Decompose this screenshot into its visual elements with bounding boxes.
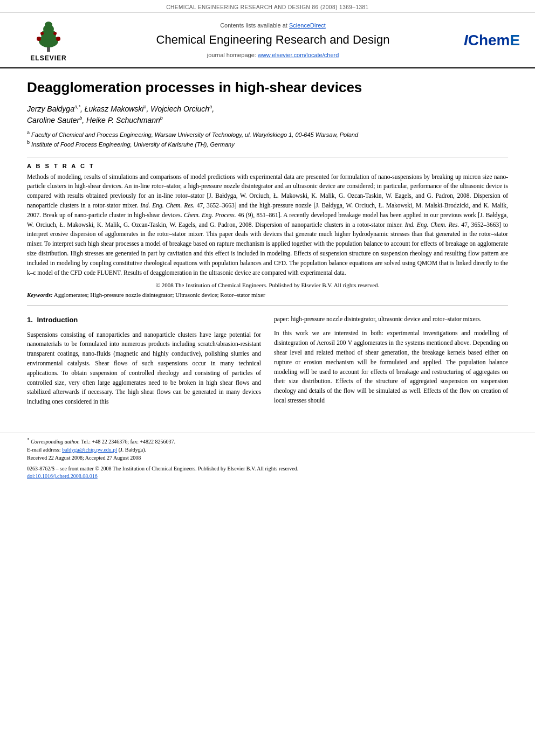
page: CHEMICAL ENGINEERING RESEARCH AND DESIGN… bbox=[0, 0, 535, 756]
affil-b-text: Institute of Food Process Engineering, U… bbox=[31, 141, 235, 148]
header-divider bbox=[27, 157, 508, 157]
affiliation-a: a Faculty of Chemical and Process Engine… bbox=[27, 129, 508, 139]
journal-homepage: journal homepage: www.elsevier.com/locat… bbox=[207, 52, 339, 58]
main-content: Deagglomeration processes in high-shear … bbox=[0, 68, 535, 422]
rights-line: 0263-8762/$ – see front matter © 2008 Th… bbox=[27, 465, 508, 473]
sup-a3: a bbox=[209, 105, 212, 110]
abstract-label: A B S T R A C T bbox=[27, 163, 508, 169]
email-label: E-mail address: bbox=[27, 447, 62, 453]
icheme-logo: IChemE bbox=[464, 32, 520, 49]
abstract-journal-3: Ind. Eng. Chem. Res. bbox=[405, 221, 459, 228]
sup-b2: b bbox=[160, 116, 163, 121]
sciencedirect-link[interactable]: ScienceDirect bbox=[289, 22, 326, 29]
sup-a-label: a bbox=[27, 130, 30, 135]
svg-point-5 bbox=[37, 37, 41, 41]
abstract-text: Methods of modeling, results of simulati… bbox=[27, 172, 508, 278]
sup-b1: b bbox=[79, 116, 82, 121]
doi-link[interactable]: doi:10.1016/j.cherd.2008.08.016 bbox=[27, 473, 98, 479]
body-columns: 1. Introduction Suspensions consisting o… bbox=[27, 315, 508, 411]
sup-b-label: b bbox=[27, 140, 30, 145]
footnote-corresponding: * Corresponding author. Tel.: +48 22 234… bbox=[27, 436, 508, 462]
intro-right-paragraph-2: In this work we are interested in both: … bbox=[274, 329, 508, 406]
authors-text: Jerzy Bałdygaa,*, Łukasz Makowskia, Wojc… bbox=[27, 105, 214, 124]
contents-text: Contents lists available at bbox=[220, 22, 287, 29]
footer-section: * Corresponding author. Tel.: +48 22 234… bbox=[0, 433, 535, 480]
keywords-text: Agglomerates; High-pressure nozzle disin… bbox=[54, 292, 265, 298]
svg-point-6 bbox=[56, 37, 60, 41]
icheme-chem-text: Chem bbox=[468, 32, 510, 48]
elsevier-logo-section: ELSEVIER bbox=[16, 18, 81, 62]
sup-a1: a,* bbox=[74, 105, 80, 110]
homepage-label: journal homepage: bbox=[207, 52, 256, 58]
icheme-e-text: E bbox=[510, 32, 520, 48]
right-column: paper: high-pressure nozzle disintegrato… bbox=[274, 315, 508, 411]
contents-line: Contents lists available at ScienceDirec… bbox=[220, 22, 326, 29]
abstract-section: A B S T R A C T Methods of modeling, res… bbox=[27, 163, 508, 299]
elsevier-wordmark: ELSEVIER bbox=[30, 54, 66, 62]
icheme-logo-section: IChemE bbox=[465, 18, 519, 62]
affil-a-text: Faculty of Chemical and Process Engineer… bbox=[31, 131, 358, 138]
affiliation-b: b Institute of Food Process Engineering,… bbox=[27, 139, 508, 149]
section-title: Introduction bbox=[37, 316, 78, 324]
doi-line: doi:10.1016/j.cherd.2008.08.016 bbox=[27, 473, 508, 480]
authors: Jerzy Bałdygaa,*, Łukasz Makowskia, Wojc… bbox=[27, 103, 508, 126]
journal-header-center: Contents lists available at ScienceDirec… bbox=[81, 18, 465, 62]
footer-bottom: 0263-8762/$ – see front matter © 2008 Th… bbox=[27, 465, 508, 480]
elsevier-logo: ELSEVIER bbox=[27, 18, 70, 62]
intro-right-paragraph-1: paper: high-pressure nozzle disintegrato… bbox=[274, 315, 508, 324]
svg-point-4 bbox=[45, 22, 52, 28]
received-text: Received 22 August 2008; Accepted 27 Aug… bbox=[27, 455, 141, 461]
journal-topbar: CHEMICAL ENGINEERING RESEARCH AND DESIGN… bbox=[0, 0, 535, 13]
keywords-line: Keywords: Agglomerates; High-pressure no… bbox=[27, 292, 508, 298]
intro-left-paragraph: Suspensions consisting of nanoparticles … bbox=[27, 330, 261, 407]
keywords-label: Keywords: bbox=[27, 292, 53, 298]
corresp-label: Corresponding author. bbox=[31, 439, 80, 445]
section1-heading: 1. Introduction bbox=[27, 315, 261, 325]
left-column: 1. Introduction Suspensions consisting o… bbox=[27, 315, 261, 411]
email-name: (J. Bałdyga). bbox=[119, 447, 146, 453]
svg-point-8 bbox=[53, 32, 57, 35]
abstract-journal-1: Ind. Eng. Chem. Res. bbox=[140, 202, 195, 209]
elsevier-tree-icon bbox=[27, 18, 70, 53]
article-title: Deagglomeration processes in high-shear … bbox=[27, 79, 508, 96]
affiliations: a Faculty of Chemical and Process Engine… bbox=[27, 129, 508, 149]
icheme-i-icon: I bbox=[464, 32, 468, 48]
journal-header: ELSEVIER Contents lists available at Sci… bbox=[0, 13, 535, 68]
topbar-text: CHEMICAL ENGINEERING RESEARCH AND DESIGN… bbox=[166, 4, 368, 10]
footnote-star: * bbox=[27, 437, 30, 442]
svg-point-7 bbox=[40, 32, 44, 35]
abstract-divider bbox=[27, 306, 508, 306]
journal-title-header: Chemical Engineering Research and Design bbox=[156, 33, 390, 47]
copyright-line: © 2008 The Institution of Chemical Engin… bbox=[27, 282, 508, 288]
abstract-journal-2: Chem. Eng. Process. bbox=[184, 212, 236, 218]
section-number: 1. bbox=[27, 316, 33, 324]
sup-a2: a bbox=[143, 105, 146, 110]
homepage-link[interactable]: www.elsevier.com/locate/cherd bbox=[258, 52, 339, 58]
corresp-phone: Tel.: +48 22 2346376; fax: +4822 8256037… bbox=[81, 439, 175, 445]
email-link[interactable]: baldyga@ichip.pw.edu.pl bbox=[62, 447, 117, 453]
